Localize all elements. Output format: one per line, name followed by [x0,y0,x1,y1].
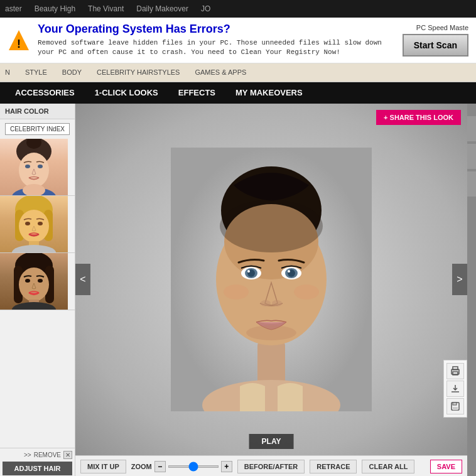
main-nav: ACCESSORIES 1-CLICK LOOKS EFFECTS MY MAK… [0,82,476,104]
face-illustration [171,148,372,411]
svg-point-9 [23,184,45,195]
sec-nav-n[interactable]: N [5,68,10,76]
remove-arrows-icon: >> [24,452,31,458]
sidebar-bottom: >> REMOVE ✕ ADJUST HAIR [0,448,75,476]
celebrity-item-2[interactable] [0,196,75,253]
print-icon-button[interactable] [446,363,464,379]
ad-content: Your Operating System Has Errors? Remove… [38,23,403,58]
floppy-icon [450,401,460,411]
svg-point-5 [25,165,30,168]
remove-row: >> REMOVE ✕ [3,451,72,459]
svg-point-21 [19,268,49,301]
next-arrow-button[interactable]: > [452,264,467,295]
svg-point-6 [38,165,43,168]
svg-point-43 [246,325,296,340]
retrace-button[interactable]: RETRACE [310,460,357,473]
top-nav: aster Beauty High The Vivant Daily Makeo… [0,0,476,18]
save-button[interactable]: SAVE [430,460,462,473]
main-canvas: + SHARE THIS LOOK < [75,104,467,476]
download-icon-button[interactable] [446,381,464,397]
celebrity-face-2 [0,196,68,252]
svg-rect-47 [453,367,458,370]
play-button[interactable]: PLAY [249,434,294,449]
svg-point-41 [261,300,271,306]
nav-beauty-high[interactable]: Beauty High [35,4,75,13]
svg-point-23 [38,279,43,283]
mix-it-up-button[interactable]: MIX IT UP [80,460,126,473]
ad-right: PC Speed Maste Start Scan [403,24,468,57]
hair-color-label: HAIR COLOR [0,104,75,119]
zoom-plus-button[interactable]: + [221,461,232,472]
zoom-minus-button[interactable]: − [154,461,166,472]
svg-point-14 [25,222,30,225]
zoom-slider[interactable] [168,465,219,468]
svg-point-36 [247,270,250,273]
svg-rect-48 [453,372,458,375]
adjust-hair-button[interactable]: ADJUST HAIR [3,462,72,475]
nav-jo[interactable]: JO [201,4,210,13]
save-icon-button[interactable] [446,398,464,414]
celebrity-index-button[interactable]: CELEBRITY INdEX [5,123,70,135]
nav-accessories[interactable]: ACCESSORIES [5,82,85,104]
bottom-toolbar: MIX IT UP ZOOM − + BEFORE/AFTER RETRACE … [75,455,467,476]
svg-text:!: ! [17,38,21,50]
remove-label: REMOVE [34,452,61,458]
nav-daily-makeover[interactable]: Daily Makeover [136,4,188,13]
download-icon [450,384,460,394]
secondary-nav: N STYLE BODY CELEBRITY HAIRSTYLES GAMES … [0,63,476,82]
celebrity-item-3[interactable] [0,253,75,310]
svg-point-45 [294,284,319,300]
svg-point-17 [12,245,56,252]
before-after-button[interactable]: BEFORE/AFTER [237,460,305,473]
svg-rect-51 [453,407,458,410]
ad-title: Your Operating System Has Errors? [38,23,403,36]
svg-point-15 [38,222,43,225]
svg-point-42 [272,300,282,306]
svg-point-44 [224,284,249,300]
ad-brand: PC Speed Maste [416,24,468,31]
panel-tab-2 [467,144,476,169]
previous-arrow-button[interactable]: < [75,264,90,295]
canvas-image: + SHARE THIS LOOK < [75,104,467,455]
svg-point-22 [25,279,30,283]
celebrity-list [0,139,75,448]
zoom-control: ZOOM − + [131,461,232,472]
clear-all-button[interactable]: CLEAR ALL [362,460,414,473]
scan-button[interactable]: Start Scan [403,34,468,57]
zoom-label: ZOOM [131,463,152,470]
nav-my-makeovers[interactable]: MY MAKEOVERS [225,82,313,104]
sec-nav-style[interactable]: STYLE [25,68,47,76]
svg-point-40 [288,270,290,273]
right-edge-panel [467,104,476,476]
ad-text: Removed software leave hidden files in y… [38,38,403,58]
share-look-button[interactable]: + SHARE THIS LOOK [376,110,461,125]
sec-nav-body[interactable]: BODY [62,68,82,76]
face-portrait [171,148,372,411]
svg-point-32 [220,200,323,252]
warning-icon: ! [8,29,30,51]
panel-tab-3 [467,171,476,197]
celebrity-face-1 [0,139,68,195]
sec-nav-games-apps[interactable]: GAMES & APPS [195,68,246,76]
panel-tab-1 [467,116,476,141]
celebrity-face-3 [0,253,68,310]
print-icon [450,366,460,376]
nav-effects[interactable]: EFFECTS [168,82,225,104]
ad-banner: ! Your Operating System Has Errors? Remo… [0,18,476,63]
sidebar: HAIR COLOR CELEBRITY INdEX [0,104,75,476]
svg-point-4 [19,153,49,188]
svg-rect-50 [453,403,457,405]
nav-1click-looks[interactable]: 1-CLICK LOOKS [85,82,168,104]
sec-nav-celebrity-hairstyles[interactable]: CELEBRITY HAIRSTYLES [97,68,180,76]
nav-the-vivant[interactable]: The Vivant [88,4,124,13]
right-icons-panel [443,360,467,418]
remove-x-button[interactable]: ✕ [63,451,72,459]
nav-aster[interactable]: aster [5,4,22,13]
celebrity-item-1[interactable] [0,139,75,196]
content-area: HAIR COLOR CELEBRITY INdEX [0,104,476,476]
